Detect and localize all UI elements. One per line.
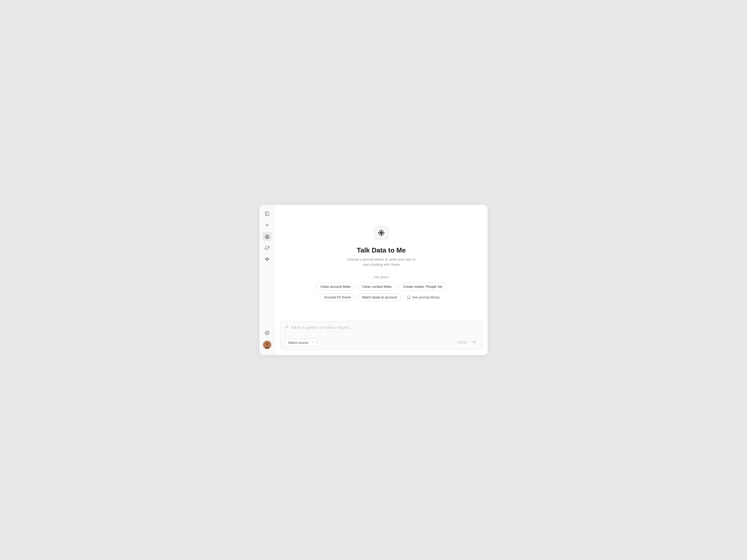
page-subtitle: Choose a prompt below or write your own … — [347, 257, 415, 268]
sidebar — [259, 205, 275, 355]
user-avatar-button[interactable] — [263, 341, 271, 349]
chip-match-leads-to-account[interactable]: Match leads to account — [358, 293, 401, 301]
svg-point-23 — [379, 233, 379, 233]
snowflake-icon — [378, 229, 385, 236]
input-area: Select source CRM Database Spreadsheet C… — [275, 317, 488, 355]
send-button[interactable] — [470, 338, 478, 347]
sidebar-bottom — [262, 328, 272, 351]
ask-about-label: Ask about: — [373, 275, 389, 279]
new-button[interactable] — [262, 220, 272, 230]
svg-line-11 — [267, 259, 268, 260]
chip-clean-contact-fields[interactable]: Clean contact fields — [358, 283, 396, 291]
chip-account-fit-score[interactable]: Account Fit Score — [320, 293, 355, 301]
wand-icon — [285, 325, 289, 330]
book-icon — [407, 296, 411, 299]
svg-point-12 — [266, 332, 268, 334]
char-count: 0/2000 — [458, 341, 467, 344]
chip-create-master-people[interactable]: Create master 'People' list — [399, 283, 447, 291]
tree-view-button[interactable] — [262, 255, 272, 264]
source-select-wrapper: Select source CRM Database Spreadsheet C… — [285, 339, 317, 347]
input-right-controls: 0/2000 — [458, 338, 478, 347]
collapse-sidebar-button[interactable] — [262, 209, 272, 218]
source-select[interactable]: Select source CRM Database Spreadsheet C… — [285, 339, 317, 347]
prompt-library-link[interactable]: See prompt library — [404, 293, 443, 301]
app-logo — [374, 225, 389, 240]
svg-point-21 — [381, 230, 382, 231]
sync-button[interactable] — [262, 243, 272, 252]
main-content: Talk Data to Me Choose a prompt below or… — [275, 205, 488, 355]
svg-rect-0 — [265, 212, 269, 215]
svg-line-9 — [266, 259, 267, 260]
ai-prompt-input[interactable] — [291, 325, 478, 336]
chips-container: Clean account fields Clean contact field… — [316, 283, 446, 301]
settings-button[interactable] — [262, 328, 272, 338]
svg-point-14 — [265, 343, 268, 346]
chips-row-2: Account Fit Score Match leads to account… — [320, 293, 443, 301]
home-button[interactable] — [262, 232, 272, 241]
chip-clean-account-fields[interactable]: Clean account fields — [316, 283, 355, 291]
chat-area: Talk Data to Me Choose a prompt below or… — [275, 205, 488, 317]
avatar — [263, 341, 271, 349]
chips-row-1: Clean account fields Clean contact field… — [316, 283, 446, 291]
app-container: Talk Data to Me Choose a prompt below or… — [259, 205, 488, 355]
input-top — [285, 325, 478, 336]
sidebar-top — [262, 209, 272, 326]
svg-point-22 — [381, 235, 382, 235]
input-bottom: Select source CRM Database Spreadsheet C… — [285, 338, 478, 347]
svg-point-20 — [381, 232, 382, 233]
page-title: Talk Data to Me — [357, 246, 406, 254]
input-box: Select source CRM Database Spreadsheet C… — [280, 321, 483, 350]
svg-point-24 — [383, 233, 384, 233]
send-icon — [472, 340, 476, 345]
